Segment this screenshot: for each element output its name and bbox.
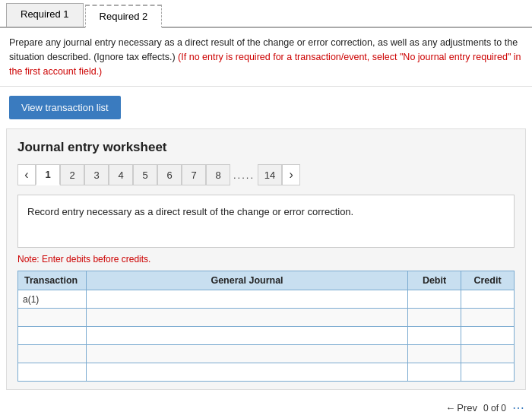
cell-journal-2[interactable] [87, 309, 408, 327]
table-row [18, 363, 515, 382]
page-2[interactable]: 2 [60, 164, 84, 185]
cell-transaction-5 [18, 363, 87, 382]
input-debit-2[interactable] [408, 309, 461, 326]
cell-credit-5[interactable] [461, 363, 515, 382]
page-indicator: 0 of 0 [483, 403, 506, 413]
more-options-icon[interactable]: ⋯ [512, 401, 524, 415]
entry-description: Record entry necessary as a direct resul… [17, 195, 515, 248]
cell-transaction-2 [18, 309, 87, 327]
page-5[interactable]: 5 [133, 164, 157, 185]
prev-arrow-icon: ← [445, 402, 455, 413]
bottom-nav: ← Prev 0 of 0 ⋯ [0, 396, 532, 415]
cell-credit-1[interactable] [461, 290, 515, 309]
table-row: a(1) [18, 290, 515, 309]
cell-journal-1[interactable] [87, 290, 408, 309]
prev-button[interactable]: ← Prev [445, 402, 477, 413]
cell-transaction-1: a(1) [18, 290, 87, 309]
cell-journal-5[interactable] [87, 363, 408, 382]
input-journal-5[interactable] [87, 363, 407, 381]
table-row [18, 309, 515, 327]
page-14[interactable]: 14 [258, 164, 282, 185]
page-prev-arrow[interactable]: ‹ [17, 164, 36, 185]
cell-credit-3[interactable] [461, 327, 515, 345]
input-debit-5[interactable] [408, 363, 461, 381]
note-text: Note: Enter debits before credits. [17, 254, 515, 265]
page-6[interactable]: 6 [157, 164, 182, 185]
page-7[interactable]: 7 [182, 164, 206, 185]
cell-debit-2[interactable] [408, 309, 461, 327]
page-4[interactable]: 4 [109, 164, 133, 185]
input-journal-2[interactable] [87, 309, 407, 326]
worksheet-title: Journal entry worksheet [17, 140, 515, 155]
prev-label: Prev [457, 402, 477, 413]
cell-debit-3[interactable] [408, 327, 461, 345]
cell-transaction-3 [18, 327, 87, 345]
tab-required1[interactable]: Required 1 [6, 3, 84, 27]
th-credit: Credit [461, 271, 515, 290]
input-credit-1[interactable] [461, 290, 514, 308]
instructions-text: Prepare any journal entry necessary as a… [0, 28, 532, 87]
cell-credit-2[interactable] [461, 309, 515, 327]
table-row [18, 345, 515, 363]
page-ellipsis: ..... [230, 169, 258, 181]
cell-journal-3[interactable] [87, 327, 408, 345]
worksheet-container: Journal entry worksheet ‹ 1 2 3 4 5 6 7 … [6, 128, 526, 390]
tabs-container: Required 1 Required 2 [0, 0, 532, 28]
page-8[interactable]: 8 [206, 164, 230, 185]
pagination: ‹ 1 2 3 4 5 6 7 8 ..... 14 › [17, 164, 515, 185]
input-journal-3[interactable] [87, 327, 407, 344]
input-journal-1[interactable] [87, 290, 407, 308]
cell-journal-4[interactable] [87, 345, 408, 363]
cell-transaction-4 [18, 345, 87, 363]
input-credit-5[interactable] [461, 363, 514, 381]
input-journal-4[interactable] [87, 345, 407, 363]
cell-debit-5[interactable] [408, 363, 461, 382]
view-transaction-list-button[interactable]: View transaction list [9, 96, 121, 119]
cell-debit-1[interactable] [408, 290, 461, 309]
th-transaction: Transaction [18, 271, 87, 290]
input-credit-3[interactable] [461, 327, 514, 344]
page-3[interactable]: 3 [84, 164, 109, 185]
input-debit-1[interactable] [408, 290, 461, 308]
cell-credit-4[interactable] [461, 345, 515, 363]
input-credit-4[interactable] [461, 345, 514, 363]
th-debit: Debit [408, 271, 461, 290]
th-general-journal: General Journal [87, 271, 408, 290]
page-next-arrow[interactable]: › [282, 164, 300, 185]
tab-required2[interactable]: Required 2 [85, 5, 163, 28]
page-1[interactable]: 1 [36, 164, 60, 185]
table-row [18, 327, 515, 345]
input-debit-3[interactable] [408, 327, 461, 344]
input-debit-4[interactable] [408, 345, 461, 363]
journal-table: Transaction General Journal Debit Credit… [17, 271, 515, 382]
cell-debit-4[interactable] [408, 345, 461, 363]
input-credit-2[interactable] [461, 309, 514, 326]
